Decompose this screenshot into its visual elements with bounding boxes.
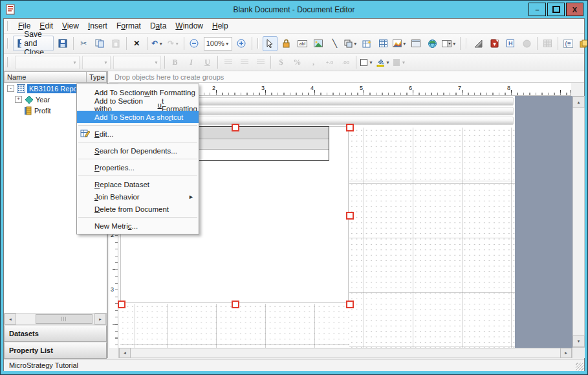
- toolbar-grip[interactable]: [7, 38, 8, 49]
- font-size-combo[interactable]: ▼: [82, 56, 111, 69]
- html-view-button[interactable]: H: [503, 36, 518, 51]
- grid-tool-button[interactable]: [376, 36, 391, 51]
- menu-data[interactable]: Data: [146, 19, 171, 32]
- menu-separator: [78, 159, 197, 159]
- toolbar-grip[interactable]: [7, 21, 10, 31]
- pdf-view-button[interactable]: [487, 36, 502, 51]
- text-field-tool-button[interactable]: abl: [295, 36, 310, 51]
- title-bar[interactable]: Blank Document - Document Editor – x: [1, 1, 587, 18]
- pointer-tool-button[interactable]: [263, 36, 278, 51]
- selection-handle-top-right[interactable]: [346, 124, 354, 131]
- save-button[interactable]: [56, 36, 71, 51]
- scroll-down-button[interactable]: ▼: [572, 335, 585, 347]
- canvas-horizontal-scrollbar[interactable]: ◄ ►: [118, 348, 572, 358]
- expand-expander-icon[interactable]: +: [15, 96, 22, 103]
- menu-view[interactable]: View: [58, 19, 83, 32]
- delete-button[interactable]: ✕: [129, 36, 144, 51]
- align-right-button[interactable]: [253, 55, 268, 70]
- menu-item-delete-from-document[interactable]: Delete from Document: [77, 203, 199, 215]
- underline-button[interactable]: U: [200, 55, 215, 70]
- menu-item-add-as-shortcut[interactable]: Add To Section As shortcut: [77, 111, 199, 123]
- line-tool-button[interactable]: ╲: [327, 36, 342, 51]
- menu-item-replace-dataset[interactable]: Replace Dataset: [77, 178, 199, 190]
- selection-handle-top-center[interactable]: [232, 124, 239, 131]
- property-list-panel-tab[interactable]: Property List: [4, 342, 107, 359]
- scrollbar-thumb[interactable]: [36, 314, 93, 324]
- insert-grid-report-button[interactable]: [360, 36, 375, 51]
- border-icon: [360, 58, 368, 67]
- selector-tool-button[interactable]: ▼: [441, 36, 457, 51]
- close-button[interactable]: x: [566, 3, 583, 16]
- column-header-name[interactable]: Name: [4, 71, 87, 83]
- borders-button[interactable]: ▼: [359, 55, 374, 70]
- resize-grip[interactable]: [576, 363, 583, 370]
- datasets-panel-tab[interactable]: Datasets: [4, 325, 107, 342]
- scroll-left-button[interactable]: ◄: [5, 313, 16, 324]
- copy-button[interactable]: [93, 36, 107, 51]
- bold-button[interactable]: B: [168, 55, 182, 70]
- comma-format-button[interactable]: ,: [306, 55, 321, 70]
- scroll-up-button[interactable]: ▲: [572, 97, 585, 108]
- italic-button[interactable]: I: [184, 55, 199, 70]
- toolbar-grip[interactable]: [7, 57, 10, 67]
- save-and-close-button[interactable]: Save and Close: [13, 36, 54, 51]
- percent-format-button[interactable]: %: [290, 55, 305, 70]
- menu-window[interactable]: Window: [171, 19, 208, 32]
- selection-handle-bottom-right[interactable]: [346, 301, 354, 308]
- redo-button[interactable]: ↷▼: [166, 36, 181, 51]
- menu-item-join-behavior[interactable]: Join Behavior►: [77, 190, 199, 203]
- font-style-combo[interactable]: ▼: [113, 56, 161, 69]
- grouping-panel-button[interactable]: (≡: [561, 36, 576, 51]
- shape-tool-button[interactable]: ▼: [343, 36, 358, 51]
- underline-icon: U: [204, 58, 210, 67]
- design-view-button[interactable]: [471, 36, 486, 51]
- menu-item-new-metric[interactable]: New Metric...: [77, 220, 199, 232]
- image-tool-button[interactable]: [311, 36, 326, 51]
- zoom-in-button[interactable]: [234, 36, 249, 51]
- selection-handle-bottom-center[interactable]: [232, 301, 239, 308]
- grouping-drop-zone[interactable]: Drop objects here to create groups: [109, 71, 584, 83]
- minimize-button[interactable]: –: [528, 3, 546, 16]
- menu-item-search-dependents[interactable]: Search for Dependents...: [77, 144, 199, 157]
- lock-toggle-button[interactable]: [279, 36, 294, 51]
- panel-horizontal-scrollbar[interactable]: ◄ ►: [4, 313, 107, 325]
- maximize-button[interactable]: [547, 3, 565, 16]
- chart-tool-button[interactable]: ▼: [392, 36, 408, 51]
- paste-button[interactable]: [109, 36, 124, 51]
- toolbar-grip[interactable]: [466, 38, 467, 49]
- menu-format[interactable]: Format: [112, 19, 146, 32]
- currency-format-button[interactable]: $: [274, 55, 289, 70]
- percent-icon: %: [294, 58, 301, 67]
- flash-view-button[interactable]: [519, 36, 534, 51]
- chevron-down-icon: ▼: [402, 41, 407, 46]
- menu-item-edit[interactable]: Edit...: [77, 128, 199, 140]
- toolbar-grip[interactable]: [257, 38, 259, 49]
- column-header-type[interactable]: Type: [87, 71, 107, 83]
- collapse-expander-icon[interactable]: -: [7, 85, 14, 92]
- canvas-vertical-scrollbar[interactable]: ▲ ▼: [572, 96, 585, 348]
- menu-item-add-without-formatting[interactable]: Add to Section without Formatting: [77, 98, 199, 111]
- html-container-tool-button[interactable]: [425, 36, 440, 51]
- scroll-right-button[interactable]: ►: [94, 313, 106, 324]
- zoom-out-button[interactable]: [187, 36, 202, 51]
- align-left-button[interactable]: [221, 55, 235, 70]
- selection-handle-bottom-left[interactable]: [118, 301, 125, 308]
- font-color-button[interactable]: ▼: [392, 55, 407, 70]
- express-view-button[interactable]: [540, 36, 555, 51]
- menu-help[interactable]: Help: [208, 19, 233, 32]
- datasets-panel-button[interactable]: [577, 36, 588, 51]
- increase-decimals-button[interactable]: +.0: [322, 55, 337, 70]
- menu-insert[interactable]: Insert: [83, 19, 112, 32]
- cut-button[interactable]: ✂: [76, 36, 91, 51]
- undo-button[interactable]: ↶▼: [150, 36, 165, 51]
- menu-item-properties[interactable]: Properties...: [77, 161, 199, 174]
- align-center-button[interactable]: [237, 55, 252, 70]
- font-name-combo[interactable]: ▼: [15, 56, 80, 69]
- panel-stack-tool-button[interactable]: [409, 36, 424, 51]
- scroll-right-button[interactable]: ►: [560, 348, 572, 358]
- selection-handle-middle-right[interactable]: [346, 212, 354, 220]
- fill-color-button[interactable]: ▼: [375, 55, 391, 70]
- zoom-combo[interactable]: 100%▼: [204, 37, 232, 51]
- scroll-left-button[interactable]: ◄: [119, 348, 131, 358]
- decrease-decimals-button[interactable]: .00: [338, 55, 353, 70]
